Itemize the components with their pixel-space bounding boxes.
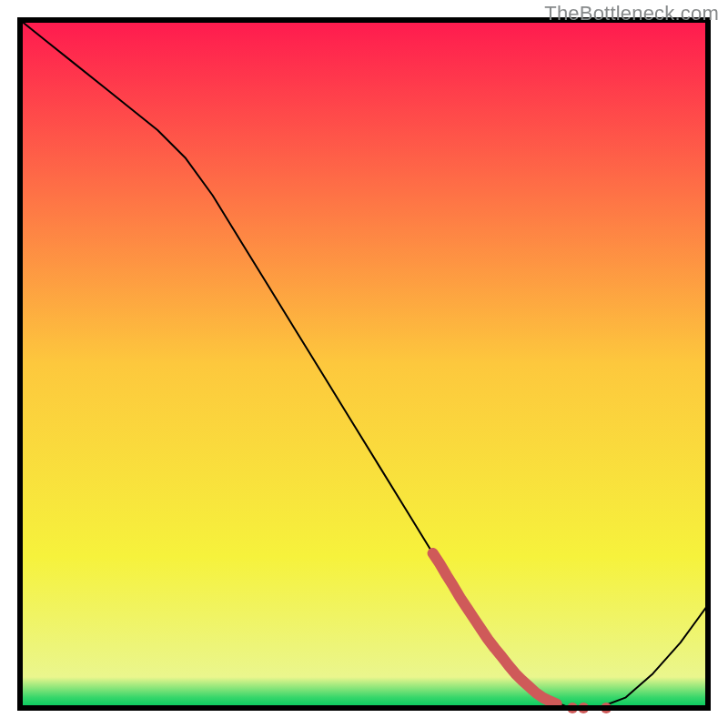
- bottleneck-chart: TheBottleneck.com: [0, 0, 728, 728]
- watermark-text: TheBottleneck.com: [544, 2, 719, 25]
- chart-canvas: [0, 0, 728, 728]
- svg-rect-0: [20, 20, 708, 708]
